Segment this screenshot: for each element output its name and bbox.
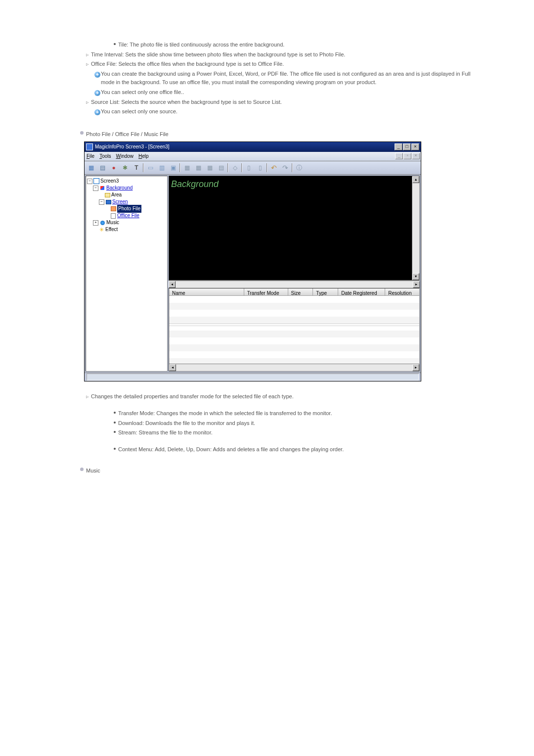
text-stream: Stream: Streams the file to the monitor. bbox=[118, 428, 485, 437]
toolbar-btn-redo[interactable]: ↷ bbox=[280, 162, 291, 173]
toolbar-btn-2[interactable]: ▤ bbox=[97, 162, 108, 173]
list-item-stream: Stream: Streams the file to the monitor. bbox=[111, 428, 485, 437]
toolbar-btn-13[interactable]: ▯ bbox=[243, 162, 254, 173]
collapse-icon[interactable]: − bbox=[93, 186, 98, 191]
toolbar-btn-3[interactable]: ● bbox=[108, 162, 119, 173]
preview-vscrollbar[interactable]: ▴ ▾ bbox=[412, 176, 419, 280]
scroll-left-icon[interactable]: ◂ bbox=[169, 281, 176, 288]
area-icon bbox=[105, 193, 110, 197]
toolbar-btn-11[interactable]: ▤ bbox=[216, 162, 226, 173]
bullet-dot-icon bbox=[114, 422, 116, 424]
tree-item-background[interactable]: − Background bbox=[87, 185, 166, 191]
tree-item-screen[interactable]: − Screen bbox=[87, 198, 166, 205]
text-source-list: Source List: Selects the source when the… bbox=[91, 98, 485, 107]
close-button[interactable]: × bbox=[411, 143, 419, 150]
menu-help[interactable]: Help bbox=[138, 152, 149, 160]
text-office-note2: You can select only one office file.. bbox=[101, 88, 485, 97]
toolbar-btn-12[interactable]: ◇ bbox=[229, 162, 240, 173]
preview-hscrollbar[interactable]: ◂ ▸ bbox=[169, 281, 420, 288]
arrow-icon: ▹ bbox=[86, 99, 89, 105]
toolbar-btn-6[interactable]: ▥ bbox=[156, 162, 167, 173]
preview-pane: Background ▴ ▾ bbox=[169, 176, 420, 281]
window-titlebar: MagicInfoPro Screen3 - [Screen3] _ □ × bbox=[85, 142, 421, 152]
list-item-intro: ▹ Changes the detailed properties and tr… bbox=[84, 392, 485, 401]
text-time-interval: Time Interval: Sets the slide show time … bbox=[91, 50, 485, 59]
toolbar-btn-10[interactable]: ▦ bbox=[204, 162, 215, 173]
scroll-down-icon[interactable]: ▾ bbox=[412, 273, 419, 280]
col-resolution[interactable]: Resolution bbox=[385, 288, 419, 295]
scroll-up-icon[interactable]: ▴ bbox=[412, 176, 419, 183]
note-office-2: + You can select only one office file.. bbox=[94, 88, 485, 97]
screen-icon bbox=[106, 200, 111, 204]
toolbar-btn-7[interactable]: ▣ bbox=[168, 162, 178, 173]
mdi-close-button[interactable]: × bbox=[412, 153, 420, 159]
menu-window[interactable]: Window bbox=[116, 152, 134, 160]
toolbar-btn-14[interactable]: ▯ bbox=[255, 162, 266, 173]
arrow-icon: ▹ bbox=[86, 61, 89, 67]
col-type[interactable]: Type bbox=[313, 288, 338, 295]
bullet-dot-icon bbox=[114, 43, 116, 45]
window-title: MagicInfoPro Screen3 - [Screen3] bbox=[95, 143, 395, 151]
music-icon bbox=[100, 221, 105, 225]
collapse-icon[interactable]: − bbox=[87, 179, 92, 184]
section-title-music: Music bbox=[86, 467, 100, 475]
col-size[interactable]: Size bbox=[288, 288, 313, 295]
scroll-right-icon[interactable]: ▸ bbox=[412, 364, 419, 371]
menu-tools[interactable]: Tools bbox=[99, 152, 111, 160]
collapse-icon[interactable]: − bbox=[99, 199, 104, 205]
toolbar-btn-8[interactable]: ▦ bbox=[181, 162, 192, 173]
toolbar-separator bbox=[292, 163, 293, 172]
menu-file[interactable]: File bbox=[87, 152, 94, 160]
col-transfer-mode[interactable]: Transfer Mode bbox=[244, 288, 288, 295]
expand-icon[interactable]: + bbox=[93, 220, 98, 226]
scroll-left-icon[interactable]: ◂ bbox=[169, 364, 176, 371]
text-intro: Changes the detailed properties and tran… bbox=[91, 392, 485, 401]
section-title: Photo File / Office File / Music File bbox=[86, 130, 169, 139]
toolbar-separator bbox=[227, 163, 228, 172]
toolbar-btn-9[interactable]: ▦ bbox=[193, 162, 204, 173]
toolbar-btn-1[interactable]: ▦ bbox=[86, 162, 96, 173]
tree-item-photo-file[interactable]: Photo File bbox=[87, 205, 166, 212]
text-tile: Tile: The photo file is tiled continuous… bbox=[118, 41, 485, 49]
section-header-photo-office-music: Photo File / Office File / Music File bbox=[77, 130, 485, 139]
toolbar: ▦ ▤ ● ✱ T ▭ ▥ ▣ ▦ ▦ ▦ ▤ ◇ ▯ ▯ ↶ bbox=[85, 161, 421, 175]
toolbar-btn-5[interactable]: ▭ bbox=[145, 162, 156, 173]
toolbar-btn-info[interactable]: ⓘ bbox=[294, 162, 305, 173]
scroll-right-icon[interactable]: ▸ bbox=[413, 281, 420, 288]
bullet-dot-icon bbox=[114, 431, 116, 433]
maximize-button[interactable]: □ bbox=[403, 143, 411, 150]
text-download: Download: Downloads the file to the moni… bbox=[118, 419, 485, 428]
toolbar-btn-text[interactable]: T bbox=[131, 162, 142, 173]
list-item-time-interval: ▹ Time Interval: Sets the slide show tim… bbox=[84, 50, 485, 59]
background-icon bbox=[100, 186, 104, 190]
note-source: + You can select only one source. bbox=[94, 107, 485, 116]
tree-item-effect[interactable]: ✳ Effect bbox=[87, 226, 166, 233]
toolbar-separator bbox=[241, 163, 242, 172]
minimize-button[interactable]: _ bbox=[395, 143, 402, 150]
table-hscrollbar[interactable]: ◂ ▸ bbox=[169, 364, 419, 371]
col-date-registered[interactable]: Date Registered bbox=[338, 288, 385, 295]
toolbar-btn-4[interactable]: ✱ bbox=[120, 162, 131, 173]
photo-icon bbox=[111, 206, 116, 211]
app-window: MagicInfoPro Screen3 - [Screen3] _ □ × F… bbox=[84, 142, 421, 381]
plus-icon: + bbox=[94, 72, 100, 78]
col-name[interactable]: Name bbox=[169, 288, 244, 295]
toolbar-separator bbox=[267, 163, 267, 172]
section-header-music: Music bbox=[77, 467, 485, 475]
tree-item-area[interactable]: Area bbox=[87, 191, 166, 198]
toolbar-btn-undo[interactable]: ↶ bbox=[268, 162, 279, 173]
note-office-1: + You can create the background using a … bbox=[94, 70, 485, 87]
plus-icon: + bbox=[94, 90, 100, 96]
list-item-download: Download: Downloads the file to the moni… bbox=[111, 419, 485, 428]
effect-icon: ✳ bbox=[98, 227, 104, 233]
tree-item-office-file[interactable]: Office File bbox=[87, 212, 166, 219]
bullet-dot-icon bbox=[114, 412, 116, 414]
text-office-file: Office File: Selects the office files wh… bbox=[91, 60, 485, 69]
tree-item-screen3[interactable]: − Screen3 bbox=[87, 178, 166, 185]
list-item-context-menu: Context Menu: Add, Delete, Up, Down: Add… bbox=[111, 445, 485, 454]
text-context-menu: Context Menu: Add, Delete, Up, Down: Add… bbox=[118, 445, 485, 454]
mdi-restore-button[interactable]: ▫ bbox=[403, 153, 411, 159]
file-table: Name Transfer Mode Size Type Date Regist… bbox=[169, 288, 420, 372]
mdi-minimize-button[interactable]: _ bbox=[395, 153, 403, 159]
table-body-empty bbox=[169, 296, 419, 364]
